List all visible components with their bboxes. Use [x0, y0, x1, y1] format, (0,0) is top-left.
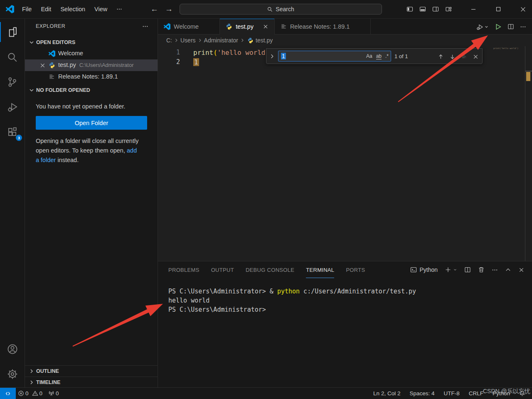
eol-sequence[interactable]: CRLF [469, 390, 483, 397]
terminal-line: hello world [168, 296, 416, 305]
find-in-selection-icon[interactable] [461, 54, 467, 60]
toggle-sidebar-icon[interactable] [406, 6, 413, 12]
problems-indicator[interactable]: 0 0 [18, 390, 42, 397]
run-python-file-icon[interactable] [495, 23, 502, 30]
activity-accounts[interactable] [0, 337, 25, 361]
find-input[interactable]: 1 Aa ab .* [278, 51, 391, 62]
open-editors-header[interactable]: OPEN EDITORS [25, 37, 158, 48]
breadcrumb-item-drive[interactable]: C: [166, 37, 172, 44]
match-case-toggle[interactable]: Aa [366, 53, 372, 59]
breadcrumb-item-administrator[interactable]: Administrator [204, 37, 238, 44]
close-editor-icon[interactable] [39, 62, 46, 69]
open-editor-label: Release Notes: 1.89.1 [58, 73, 118, 80]
toggle-panel-icon[interactable] [419, 6, 426, 12]
open-folder-button[interactable]: Open Folder [36, 116, 147, 130]
search-placeholder: Search [276, 6, 294, 12]
customize-layout-icon[interactable] [445, 6, 452, 12]
chevron-down-icon [28, 39, 35, 46]
vscode-logo-icon [49, 50, 55, 57]
open-editor-release-notes[interactable]: Release Notes: 1.89.1 [25, 71, 158, 83]
breadcrumb-item-users[interactable]: Users [180, 37, 196, 44]
panel-more-actions-icon[interactable] [492, 267, 498, 273]
outline-label: OUTLINE [36, 368, 59, 374]
terminal-icon [410, 266, 417, 273]
warning-icon [32, 390, 38, 397]
terminal-output[interactable]: PS C:\Users\Administrator> & python c:/U… [168, 278, 416, 314]
tab-release-notes[interactable]: Release Notes: 1.89.1 [275, 19, 371, 34]
radio-tower-icon [48, 390, 54, 397]
close-window-button[interactable] [520, 6, 526, 12]
split-terminal-icon[interactable] [464, 266, 471, 273]
explorer-more-actions-icon[interactable] [142, 23, 148, 30]
panel-tab-problems[interactable]: PROBLEMS [168, 261, 200, 278]
indentation[interactable]: Spaces: 4 [409, 390, 434, 397]
nav-back-icon[interactable]: ← [150, 5, 158, 14]
minimize-button[interactable] [470, 6, 476, 12]
breadcrumb-item-file[interactable]: test.py [256, 37, 273, 44]
line-number: 2 [158, 57, 180, 67]
code-editor[interactable]: 1 print('hello world') 2 1 print('hello … [158, 46, 532, 261]
tab-testpy[interactable]: test.py [220, 19, 275, 34]
toggle-secondary-sidebar-icon[interactable] [432, 6, 439, 12]
menu-selection[interactable]: Selection [56, 6, 90, 12]
next-match-icon[interactable] [449, 54, 456, 60]
python-file-icon [49, 62, 55, 69]
kill-terminal-icon[interactable] [478, 266, 485, 273]
menu-more-icon[interactable] [112, 6, 127, 12]
chevron-right-icon [174, 38, 179, 43]
tab-welcome[interactable]: Welcome [158, 19, 220, 34]
activity-settings[interactable] [0, 362, 25, 386]
open-editors-label: OPEN EDITORS [36, 39, 75, 45]
breadcrumb: C: Users Administrator test.py [158, 34, 532, 46]
timeline-section-header[interactable]: TIMELINE [25, 377, 158, 387]
panel-tab-terminal[interactable]: TERMINAL [306, 261, 334, 278]
run-or-debug-icon[interactable] [476, 23, 489, 30]
source-control-icon [7, 77, 17, 87]
encoding[interactable]: UTF-8 [443, 390, 459, 397]
editor-more-actions-icon[interactable] [520, 24, 526, 30]
panel-tab-output[interactable]: OUTPUT [211, 261, 234, 278]
activity-search[interactable] [0, 45, 25, 69]
chevron-down-icon [28, 87, 35, 94]
error-icon [18, 390, 24, 397]
remote-indicator[interactable] [0, 388, 16, 399]
menu-view[interactable]: View [90, 6, 112, 12]
nav-forward-icon[interactable]: → [165, 5, 173, 14]
activity-extensions[interactable]: 3 [0, 120, 25, 143]
release-notes-icon [281, 23, 287, 30]
menu-file[interactable]: File [17, 6, 36, 12]
cursor-position[interactable]: Ln 2, Col 2 [373, 390, 400, 397]
code-line-2: 1 [193, 57, 199, 67]
no-folder-header[interactable]: NO FOLDER OPENED [25, 84, 158, 96]
open-editor-welcome[interactable]: Welcome [25, 48, 158, 59]
whole-word-toggle[interactable]: ab [376, 53, 382, 59]
activity-run-debug[interactable] [0, 95, 25, 118]
extensions-icon [7, 127, 17, 137]
maximize-button[interactable] [495, 6, 501, 12]
ports-indicator[interactable]: 0 [48, 390, 59, 397]
no-folder-section: NO FOLDER OPENED You have not yet opened… [25, 84, 158, 165]
terminal-shell-selector[interactable]: Python [410, 266, 438, 273]
outline-section-header[interactable]: OUTLINE [25, 365, 158, 377]
toggle-replace-icon[interactable] [269, 53, 275, 59]
activity-explorer[interactable] [0, 20, 25, 44]
regex-toggle[interactable]: .* [385, 53, 389, 59]
tab-label: Release Notes: 1.89.1 [290, 23, 350, 30]
panel-tab-ports[interactable]: PORTS [346, 261, 365, 278]
sidebar-title: EXPLORER [36, 23, 65, 29]
close-tab-icon[interactable] [263, 24, 268, 30]
menu-edit[interactable]: Edit [36, 6, 56, 12]
python-file-icon [247, 37, 254, 44]
open-editor-testpy[interactable]: test.pyC:\Users\Administrator [25, 59, 158, 71]
maximize-panel-icon[interactable] [505, 267, 511, 273]
terminal-line: PS C:\Users\Administrator> [168, 305, 416, 314]
previous-match-icon[interactable] [438, 54, 444, 60]
split-editor-icon[interactable] [507, 23, 514, 30]
activity-source-control[interactable] [0, 70, 25, 94]
watermark: CSDN @乐以忘忧 [483, 388, 530, 395]
new-terminal-icon[interactable] [445, 266, 457, 273]
close-panel-icon[interactable] [518, 267, 525, 273]
command-center-search[interactable]: Search [180, 4, 382, 15]
panel-tab-debug-console[interactable]: DEBUG CONSOLE [246, 261, 294, 278]
close-find-icon[interactable] [473, 54, 479, 60]
